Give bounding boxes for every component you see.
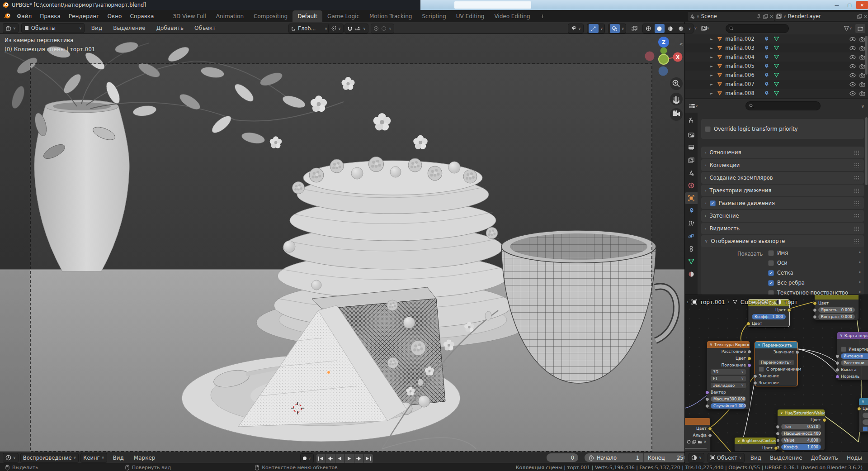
tab-physics[interactable] <box>685 230 698 242</box>
properties-scrollbar[interactable] <box>865 117 868 185</box>
transform-orientation-selector[interactable]: Глоб... ∨ <box>288 24 330 33</box>
panel-motion-blur[interactable]: ›✓Размытие движения <box>701 197 864 209</box>
timeline-view-menu[interactable]: Вид <box>109 452 128 463</box>
maximize-icon[interactable]: ▢ <box>844 1 855 9</box>
node-math-multiply[interactable]: ∨Перемножить Значение Перемножить∨ С огр… <box>755 341 798 386</box>
scale-field[interactable]: Масшта300.000 <box>711 396 746 402</box>
output-socket[interactable] <box>708 433 712 438</box>
input-socket[interactable] <box>835 361 840 365</box>
all-edges-checkbox[interactable]: ✓ <box>768 280 774 286</box>
properties-editor-type-button[interactable]: ∨ <box>689 101 698 110</box>
scene-selector[interactable]: ∨ Scene ✕ <box>687 11 776 21</box>
render-camera-icon[interactable] <box>859 82 865 87</box>
tab-constraints[interactable] <box>685 243 698 255</box>
shader-node-editor[interactable]: › торт.001 › Cube.000 › торт ∨Invert Col… <box>684 295 868 452</box>
feature-dropdown[interactable]: F1∨ <box>711 376 746 381</box>
value-field[interactable]: Value4.000 <box>781 438 821 443</box>
contrast-field[interactable]: Контраст0.000 <box>818 314 855 319</box>
filter-funnel-icon[interactable]: ∨ <box>843 24 853 33</box>
outliner-row[interactable]: ►malina.008 <box>685 89 868 98</box>
input-socket[interactable] <box>835 368 840 372</box>
hide-eye-icon[interactable] <box>849 37 856 42</box>
play-reverse-button[interactable] <box>335 454 344 463</box>
invert-checkbox[interactable] <box>841 347 846 352</box>
output-socket[interactable] <box>747 357 751 361</box>
strength-field[interactable]: Интенсив0. <box>841 353 868 359</box>
viewport-menu-add[interactable]: Добавить <box>152 22 188 34</box>
node-menu-add[interactable]: Добавить <box>808 452 841 463</box>
shading-wireframe-icon[interactable] <box>644 24 654 33</box>
render-camera-icon[interactable] <box>859 55 865 60</box>
new-collection-icon[interactable] <box>855 24 865 33</box>
partial-field[interactable] <box>863 413 868 418</box>
minimize-icon[interactable]: — <box>831 1 843 9</box>
tab-object[interactable] <box>685 192 698 204</box>
render-region-icon[interactable] <box>629 24 639 33</box>
keying-menu[interactable]: Кеинг∨ <box>80 453 107 463</box>
unlink-icon[interactable]: ✕ <box>770 14 774 19</box>
node-bump-map[interactable]: ∨Карта неровн Но Инвертирова Интенсив0. … <box>837 332 868 380</box>
show-texture-space-item[interactable]: Текстурное пространство <box>768 290 848 295</box>
tab-object-data[interactable] <box>685 256 698 267</box>
outliner-filter-image-button[interactable]: ∨ <box>700 24 710 33</box>
viewport-menu-select[interactable]: Выделение <box>109 22 149 34</box>
partial-checkbox[interactable] <box>863 426 868 432</box>
node-menu-node[interactable]: Ноды <box>844 452 865 463</box>
menu-render[interactable]: Рендеринг <box>65 10 104 22</box>
tab-world[interactable] <box>685 180 698 191</box>
node-voronoi-texture[interactable]: ∨Текстура Вороного Расстояние Цвет Полож… <box>707 341 750 409</box>
image-unlink-icon[interactable]: ✕ <box>703 440 707 444</box>
add-workspace-button[interactable]: + <box>535 10 550 22</box>
gizmos-toggle[interactable]: ∨ <box>587 24 605 33</box>
input-socket[interactable] <box>705 390 709 395</box>
motion-blur-checkbox[interactable]: ✓ <box>710 200 716 206</box>
override-priority-checkbox[interactable] <box>705 126 711 132</box>
fac-field[interactable]: Коэфф.1.000 <box>752 314 786 319</box>
menu-window[interactable]: Окно <box>104 10 126 22</box>
pin-icon[interactable] <box>756 14 761 19</box>
tab-render[interactable] <box>685 129 698 141</box>
copy-icon[interactable] <box>857 14 862 19</box>
properties-search-input[interactable] <box>756 103 817 109</box>
panel-drag-dots[interactable] <box>854 176 860 180</box>
outliner-row[interactable]: ►malina.003 <box>685 43 868 52</box>
overlays-toggle[interactable]: ∨ <box>608 24 626 33</box>
bright-field[interactable]: Яркость0.000 <box>818 307 855 313</box>
input-socket[interactable] <box>705 397 709 401</box>
input-socket[interactable] <box>776 432 780 436</box>
timeline-marker-menu[interactable]: Маркер <box>130 452 160 463</box>
frame-end-field[interactable]: Конец250 <box>644 453 691 462</box>
input-socket[interactable] <box>835 354 840 358</box>
outliner-row[interactable]: ►malina.006 <box>685 71 868 80</box>
tab-modifiers[interactable] <box>685 205 698 217</box>
panel-viewport-display[interactable]: ∨Отображение во вьюпорте <box>701 235 864 247</box>
node-brightness-contrast-bottom[interactable]: ∨Brightness/Contrast Цвет <box>734 437 777 452</box>
tab-particles[interactable] <box>685 218 698 229</box>
workspace-tab-game-logic[interactable]: Game Logic <box>322 10 364 22</box>
node-image-texture[interactable]: Цвет Альфа ✕ <box>684 418 711 452</box>
workspace-tab-video-editing[interactable]: Video Editing <box>489 10 535 22</box>
show-wireframe-item[interactable]: ✓Сетка <box>768 270 793 276</box>
panel-drag-dots[interactable] <box>854 201 860 205</box>
name-checkbox[interactable] <box>768 250 774 256</box>
jump-to-end-button[interactable] <box>364 454 373 463</box>
input-socket[interactable] <box>776 425 780 429</box>
hide-eye-icon[interactable] <box>849 46 856 51</box>
input-socket[interactable] <box>813 315 817 319</box>
panel-shading[interactable]: ›Затенение <box>701 210 864 222</box>
show-all-edges-item[interactable]: ✓Все ребра <box>768 280 805 286</box>
collapse-arrow-icon[interactable]: < <box>679 41 683 47</box>
outliner-row[interactable]: ►malina.005 <box>685 62 868 71</box>
input-socket[interactable] <box>835 375 840 379</box>
panel-drag-dots[interactable] <box>854 150 860 155</box>
show-name-item[interactable]: Имя <box>768 250 788 256</box>
hide-eye-icon[interactable] <box>849 91 856 96</box>
input-socket[interactable] <box>857 407 861 411</box>
viewport-canvas[interactable]: Из камеры перспектива (0) Коллекция сцен… <box>0 34 684 452</box>
timeline-editor-type-button[interactable]: ∨ <box>3 453 19 463</box>
mode-selector[interactable]: Объекты ∨ <box>21 23 85 33</box>
image-copy-icon[interactable] <box>692 440 696 444</box>
hide-eye-icon[interactable] <box>849 55 856 60</box>
tab-material[interactable] <box>685 268 698 280</box>
selectability-visibility-button[interactable]: ∨ <box>568 24 584 33</box>
